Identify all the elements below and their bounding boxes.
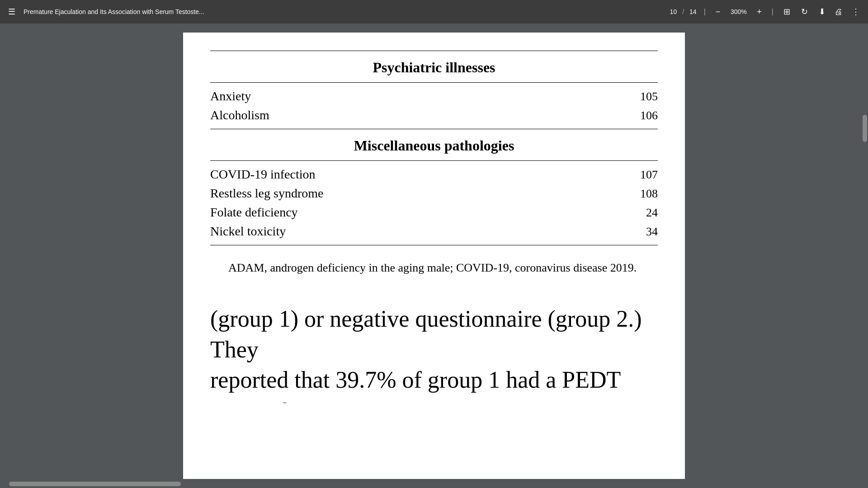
zoom-level: 300%: [728, 8, 749, 15]
toolbar-divider2: |: [772, 8, 774, 16]
document-title: Premature Ejaculation and Its Associatio…: [24, 8, 665, 15]
large-text-line2: reported that 39.7% of group 1 had a PED…: [210, 365, 658, 403]
document-content: Psychiatric illnesses Anxiety 105 Alcoho…: [210, 51, 658, 403]
toc-page-folate: 24: [631, 206, 658, 220]
toc-label-anxiety: Anxiety: [210, 89, 251, 103]
horizontal-scrollbar[interactable]: [0, 480, 862, 488]
print-button[interactable]: 🖨: [832, 5, 845, 19]
toc-row-anxiety: Anxiety 105: [210, 89, 658, 103]
toc-row-nickel: Nickel toxicity 34: [210, 224, 658, 239]
page-current: 10: [670, 8, 677, 15]
page-separator: /: [682, 8, 684, 15]
toc-page-nickel: 34: [631, 225, 658, 239]
toc-label-folate: Folate deficiency: [210, 205, 298, 220]
toc-label-alcoholism: Alcoholism: [210, 108, 269, 122]
vertical-scrollbar[interactable]: [862, 23, 868, 480]
more-options-button[interactable]: ⋮: [849, 5, 863, 19]
toc-label-nickel: Nickel toxicity: [210, 224, 286, 239]
miscellaneous-heading: Miscellaneous pathologies: [210, 129, 658, 160]
toolbar: ☰ Premature Ejaculation and Its Associat…: [0, 0, 868, 23]
toc-label-covid: COVID-19 infection: [210, 167, 316, 182]
toc-page-alcoholism: 106: [631, 109, 658, 122]
toolbar-right: ⬇ 🖨 ⋮: [816, 5, 863, 19]
toc-row-folate: Folate deficiency 24: [210, 205, 658, 220]
miscellaneous-toc-section: COVID-19 infection 107 Restless leg synd…: [210, 161, 658, 245]
rotate-button[interactable]: ↻: [798, 5, 811, 19]
toc-row-covid: COVID-19 infection 107: [210, 167, 658, 182]
toc-page-anxiety: 105: [631, 90, 658, 103]
fit-page-button[interactable]: ⊞: [781, 5, 793, 19]
page-navigation: 10 / 14: [670, 8, 697, 15]
zoom-out-button[interactable]: −: [713, 5, 723, 19]
psychiatric-toc-section: Anxiety 105 Alcoholism 106: [210, 83, 658, 129]
large-text-line1: (group 1) or negative questionnaire (gro…: [210, 304, 658, 365]
toc-row-alcoholism: Alcoholism 106: [210, 108, 658, 122]
toc-row-restless: Restless leg syndrome 108: [210, 186, 658, 201]
toc-label-restless: Restless leg syndrome: [210, 186, 323, 201]
scrollbar-thumb-vertical[interactable]: [863, 115, 867, 142]
psychiatric-heading: Psychiatric illnesses: [210, 51, 658, 82]
large-text-block: (group 1) or negative questionnaire (gro…: [210, 304, 658, 403]
toc-page-covid: 107: [631, 168, 658, 182]
main-area: Psychiatric illnesses Anxiety 105 Alcoho…: [0, 23, 868, 488]
toolbar-divider1: |: [704, 8, 706, 16]
toc-page-restless: 108: [631, 187, 658, 201]
document-page: Psychiatric illnesses Anxiety 105 Alcoho…: [183, 33, 685, 479]
scrollbar-thumb-horizontal[interactable]: [9, 482, 181, 486]
abbreviation-paragraph: ADAM, androgen deficiency in the aging m…: [210, 259, 658, 277]
divider-4: [210, 245, 658, 245]
page-total: 14: [689, 8, 697, 15]
download-button[interactable]: ⬇: [816, 5, 828, 19]
menu-icon[interactable]: ☰: [5, 4, 18, 19]
zoom-in-button[interactable]: +: [754, 5, 764, 19]
